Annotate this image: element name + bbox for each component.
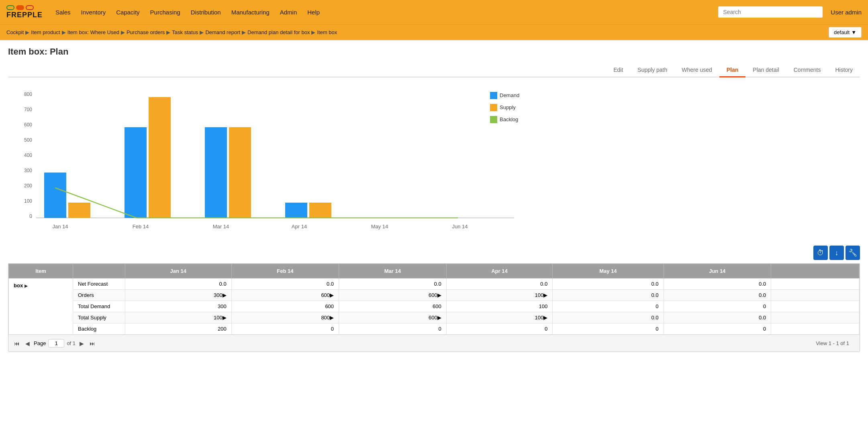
tab-edit[interactable]: Edit	[606, 63, 630, 77]
cell-bl-feb: 0	[231, 323, 339, 335]
download-button[interactable]: ↓	[829, 246, 844, 260]
nav-sales[interactable]: Sales	[51, 6, 76, 19]
cell-td-mar: 600	[339, 301, 447, 312]
table-row: Total Demand 300 600 600 100 0 0	[9, 301, 860, 312]
legend-supply-swatch	[490, 104, 497, 111]
metric-backlog: Backlog	[73, 323, 125, 335]
last-page-button[interactable]: ⏭	[88, 339, 97, 347]
breadcrumb-demand-report[interactable]: Demand report	[205, 29, 240, 35]
cell-td-extra	[771, 301, 860, 312]
tab-where-used[interactable]: Where used	[674, 63, 719, 77]
breadcrumb-item-box[interactable]: Item box	[317, 29, 337, 35]
sep4: ▶	[166, 29, 170, 35]
metric-orders: Orders	[73, 290, 125, 301]
legend-supply-label: Supply	[500, 104, 516, 110]
tab-plan[interactable]: Plan	[719, 63, 746, 77]
table-header-row: Item Jan 14 Feb 14 Mar 14 Apr 14 May 14 …	[9, 264, 860, 278]
metric-net-forecast: Net Forecast	[73, 278, 125, 290]
table-row: Backlog 200 0 0 0 0 0	[9, 323, 860, 335]
cell-nf-extra	[771, 278, 860, 290]
svg-text:Jan 14: Jan 14	[52, 224, 68, 230]
svg-text:400: 400	[24, 152, 32, 158]
tab-supply-path[interactable]: Supply path	[630, 63, 674, 77]
cell-ts-feb[interactable]: 800▶	[231, 312, 339, 323]
cell-td-jan: 300	[125, 301, 232, 312]
svg-text:Feb 14: Feb 14	[133, 224, 149, 230]
cell-bl-extra	[771, 323, 860, 335]
breadcrumb-purchase-orders[interactable]: Purchase orders	[127, 29, 165, 35]
col-mar: Mar 14	[339, 264, 447, 278]
page-content: Item box: Plan Edit Supply path Where us…	[0, 40, 868, 358]
tab-history[interactable]: History	[828, 63, 860, 77]
nav-purchasing[interactable]: Purchasing	[145, 6, 185, 19]
page-total: of 1	[67, 340, 76, 346]
breadcrumb-task-status[interactable]: Task status	[172, 29, 198, 35]
cell-ts-jun: 0.0	[664, 312, 771, 323]
breadcrumb-where-used[interactable]: Item box: Where Used	[67, 29, 119, 35]
cell-nf-mar: 0.0	[339, 278, 447, 290]
dot-red	[26, 5, 34, 10]
breadcrumb-item-product[interactable]: Item product	[31, 29, 60, 35]
cell-ts-jan[interactable]: 100▶	[125, 312, 232, 323]
clock-button[interactable]: ⏱	[813, 246, 828, 260]
cell-bl-apr: 0	[446, 323, 553, 335]
cell-ord-apr[interactable]: 100▶	[446, 290, 553, 301]
cell-ord-jun: 0.0	[664, 290, 771, 301]
col-feb: Feb 14	[231, 264, 339, 278]
backlog-line	[55, 188, 458, 218]
cell-ord-extra	[771, 290, 860, 301]
nav-manufacturing[interactable]: Manufacturing	[227, 6, 274, 19]
legend-demand-swatch	[490, 92, 497, 99]
nav-inventory[interactable]: Inventory	[76, 6, 111, 19]
bar-mar-demand	[205, 127, 227, 218]
tab-plan-detail[interactable]: Plan detail	[745, 63, 786, 77]
tabs: Edit Supply path Where used Plan Plan de…	[8, 63, 860, 77]
cell-td-feb: 600	[231, 301, 339, 312]
search-input[interactable]	[718, 6, 823, 18]
nav-admin[interactable]: Admin	[275, 6, 302, 19]
col-jun: Jun 14	[664, 264, 771, 278]
breadcrumb-demand-plan-detail[interactable]: Demand plan detail for box	[247, 29, 310, 35]
nav-capacity[interactable]: Capacity	[111, 6, 144, 19]
cell-ts-apr[interactable]: 100▶	[446, 312, 553, 323]
col-may: May 14	[553, 264, 664, 278]
sep1: ▶	[25, 29, 29, 35]
cell-ord-feb[interactable]: 600▶	[231, 290, 339, 301]
first-page-button[interactable]: ⏮	[12, 339, 21, 347]
default-button[interactable]: default ▼	[829, 27, 862, 38]
user-admin[interactable]: User admin	[831, 9, 862, 16]
col-apr: Apr 14	[446, 264, 553, 278]
logo-area: FREPPLE	[6, 5, 43, 19]
cell-nf-may: 0.0	[553, 278, 664, 290]
page-label: Page	[34, 340, 46, 346]
tab-comments[interactable]: Comments	[786, 63, 828, 77]
box-expand-icon[interactable]: ▶	[25, 284, 28, 288]
cell-td-may: 0	[553, 301, 664, 312]
dot-orange	[16, 5, 24, 10]
cell-ts-mar[interactable]: 600▶	[339, 312, 447, 323]
svg-text:Jun 14: Jun 14	[452, 224, 468, 230]
legend-demand-label: Demand	[500, 92, 519, 98]
sep2: ▶	[62, 29, 66, 35]
chart-container: 800 700 600 500 400 300 200 100 0	[8, 84, 860, 238]
bar-feb-demand	[125, 127, 147, 218]
cell-ord-jan[interactable]: 300▶	[125, 290, 232, 301]
svg-text:700: 700	[24, 107, 32, 112]
settings-button[interactable]: 🔧	[846, 246, 860, 260]
prev-page-button[interactable]: ◀	[24, 339, 31, 347]
table-row: box ▶ Net Forecast 0.0 0.0 0.0 0.0 0.0 0…	[9, 278, 860, 290]
nav-distribution[interactable]: Distribution	[186, 6, 226, 19]
col-jan: Jan 14	[125, 264, 232, 278]
next-page-button[interactable]: ▶	[78, 339, 86, 347]
nav-help[interactable]: Help	[302, 6, 325, 19]
page-input[interactable]	[48, 339, 64, 347]
breadcrumb-cockpit[interactable]: Cockpit	[6, 29, 24, 35]
svg-text:300: 300	[24, 168, 32, 173]
navbar: FREPPLE Sales Inventory Capacity Purchas…	[0, 0, 868, 24]
nav-links: Sales Inventory Capacity Purchasing Dist…	[51, 6, 717, 19]
cell-ord-mar[interactable]: 600▶	[339, 290, 447, 301]
legend-backlog-swatch	[490, 116, 497, 123]
table-row: Total Supply 100▶ 800▶ 600▶ 100▶ 0.0 0.0	[9, 312, 860, 323]
cell-bl-jun: 0	[664, 323, 771, 335]
sep7: ▶	[311, 29, 315, 35]
